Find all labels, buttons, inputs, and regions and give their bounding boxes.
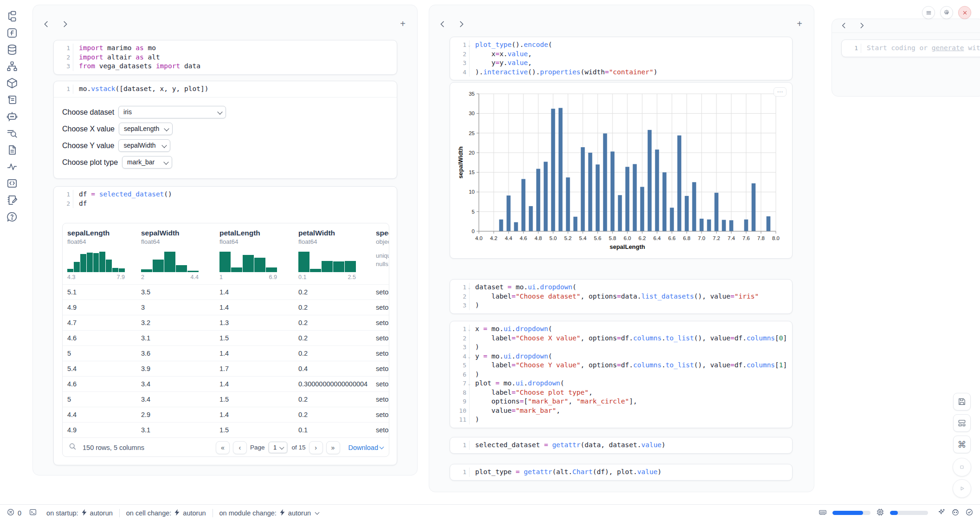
code-cell-vstack[interactable]: 1mo.vstack([dataset, x, y, plot]) Choose…: [53, 81, 397, 179]
scratchpad-icon[interactable]: [6, 194, 18, 206]
next-page-button[interactable]: ›: [309, 441, 323, 454]
function-icon[interactable]: [6, 27, 18, 39]
terminal-button[interactable]: [29, 508, 37, 518]
code-line[interactable]: 5 label="Choose Y value", options=df.col…: [450, 361, 792, 370]
script-icon[interactable]: [6, 94, 18, 106]
code-cell-df[interactable]: 1df = selected_dataset()2df sepalLengthf…: [53, 186, 397, 465]
close-button[interactable]: [958, 6, 971, 19]
code-line[interactable]: 3 y=y.value,: [450, 59, 792, 68]
table-row[interactable]: 4.63.41.40.30000000000000004setos: [63, 376, 389, 391]
code-line[interactable]: 1import marimo as mo: [54, 44, 397, 53]
chevron-left-icon[interactable]: [41, 19, 52, 29]
code-cell-plot-encode[interactable]: 1⌄plot_type().encode(2 x=x.value,3 y=y.v…: [450, 37, 793, 80]
search-list-icon[interactable]: [6, 127, 18, 139]
table-row[interactable]: 4.73.21.30.2setos: [63, 315, 389, 330]
chevron-right-icon[interactable]: [456, 19, 466, 29]
table-row[interactable]: 4.63.11.50.2setos: [63, 330, 389, 345]
help-icon[interactable]: [6, 211, 18, 223]
code-line[interactable]: 3): [450, 343, 792, 352]
table-row[interactable]: 5.43.91.70.4setos: [63, 361, 389, 376]
code-cell-imports[interactable]: 1import marimo as mo2import altair as al…: [53, 40, 397, 75]
code-line[interactable]: 4⌄y = mo.ui.dropdown(: [450, 352, 792, 361]
chevron-right-icon[interactable]: [60, 19, 70, 29]
code-line[interactable]: 2df: [54, 199, 397, 208]
code-cell-xy-dropdowns[interactable]: 1⌄x = mo.ui.dropdown(2 label="Choose X v…: [450, 321, 793, 428]
code-snippet-icon[interactable]: [6, 177, 18, 189]
add-cell-button[interactable]: +: [398, 19, 408, 29]
choose-x-value-select[interactable]: sepalLength: [119, 123, 173, 135]
document-icon[interactable]: [6, 144, 18, 156]
column-header[interactable]: sepalWidthfloat6424.4: [136, 223, 215, 284]
column-header[interactable]: petalWidthfloat640.12.5: [294, 223, 371, 284]
column-histogram[interactable]: [67, 251, 125, 272]
on-cell-change-setting[interactable]: on cell change: autorun: [126, 509, 206, 517]
chatbot-icon[interactable]: [6, 111, 18, 123]
table-row[interactable]: 4.93.11.50.1setos: [63, 422, 389, 437]
code-line[interactable]: 11): [450, 415, 792, 424]
activity-pulse-icon[interactable]: [6, 161, 18, 173]
add-cell-button[interactable]: +: [794, 19, 805, 29]
empty-code-cell[interactable]: 1 Start coding or generate with: [841, 39, 980, 57]
code-line[interactable]: 3from vega_datasets import data: [54, 62, 397, 71]
database-icon[interactable]: [6, 44, 18, 56]
code-line[interactable]: 7⌄plot = mo.ui.dropdown(: [450, 379, 792, 388]
code-line[interactable]: 1⌄plot_type().encode(: [450, 40, 792, 50]
run-button[interactable]: [953, 479, 971, 498]
column-header[interactable]: petalLengthfloat6416.9: [215, 223, 294, 284]
assistant-bot-button[interactable]: [951, 508, 960, 518]
code-line[interactable]: 1mo.vstack([dataset, x, y, plot]): [54, 85, 397, 94]
download-button[interactable]: Download: [348, 444, 384, 451]
layout-button[interactable]: [953, 414, 971, 432]
code-line[interactable]: 1df = selected_dataset(): [54, 190, 397, 199]
chevron-left-icon[interactable]: [839, 21, 849, 30]
package-icon[interactable]: [6, 77, 18, 89]
error-indicator[interactable]: 0: [6, 508, 21, 518]
code-line[interactable]: 2 label="Choose X value", options=df.col…: [450, 334, 792, 343]
fold-chevron-icon[interactable]: ⌄: [468, 352, 471, 362]
table-row[interactable]: 53.41.50.2setos: [63, 391, 389, 407]
column-histogram[interactable]: [141, 251, 199, 272]
menu-button[interactable]: [922, 6, 935, 19]
fold-chevron-icon[interactable]: ⌄: [468, 41, 471, 50]
dependency-graph-icon[interactable]: [6, 60, 18, 72]
code-line[interactable]: 3): [450, 301, 792, 310]
choose-plot-type-select[interactable]: mark_bar: [122, 156, 172, 169]
last-page-button[interactable]: »: [326, 441, 340, 454]
column-header[interactable]: speciobjecuniqunulls:: [371, 223, 389, 284]
code-line[interactable]: 1⌄dataset = mo.ui.dropdown(: [450, 283, 792, 292]
chevron-left-icon[interactable]: [438, 19, 448, 29]
chevron-right-icon[interactable]: [857, 21, 866, 30]
code-line[interactable]: 1⌄x = mo.ui.dropdown(: [450, 325, 792, 334]
code-line[interactable]: 1selected_dataset = getattr(data, datase…: [450, 441, 792, 450]
code-line[interactable]: 2import altair as alt: [54, 53, 397, 62]
prev-page-button[interactable]: ‹: [233, 441, 247, 454]
choose-dataset-select[interactable]: iris: [118, 106, 226, 118]
on-startup-setting[interactable]: on startup: autorun: [46, 509, 113, 517]
generate-link[interactable]: generate: [932, 44, 964, 52]
code-cell-plot-type[interactable]: 1plot_type = getattr(alt.Chart(df), plot…: [450, 464, 793, 481]
bar-chart[interactable]: 4.04.24.44.64.85.05.25.45.65.86.06.26.46…: [450, 83, 792, 254]
code-line[interactable]: 9 options=["mark_bar", "mark_circle"],: [450, 397, 792, 406]
column-histogram[interactable]: [219, 251, 277, 272]
fold-chevron-icon[interactable]: ⌄: [468, 283, 471, 293]
code-line[interactable]: 4).interactive().properties(width="conta…: [450, 68, 792, 77]
first-page-button[interactable]: «: [216, 441, 230, 454]
column-histogram[interactable]: [298, 251, 356, 272]
code-line[interactable]: 6): [450, 370, 792, 379]
status-check-button[interactable]: [965, 508, 974, 518]
stop-button[interactable]: [953, 458, 971, 476]
choose-y-value-select[interactable]: sepalWidth: [118, 139, 170, 152]
table-row[interactable]: 5.13.51.40.2setos: [63, 284, 389, 300]
settings-button[interactable]: [940, 6, 953, 19]
code-line[interactable]: 10 value="mark_bar",: [450, 406, 792, 416]
code-line[interactable]: 8 label="Choose plot type",: [450, 388, 792, 397]
save-button[interactable]: [953, 393, 971, 410]
search-icon[interactable]: [68, 442, 77, 453]
code-cell-selected-dataset[interactable]: 1selected_dataset = getattr(data, datase…: [450, 437, 793, 454]
code-line[interactable]: 2 label="Choose dataset", options=data.l…: [450, 292, 792, 301]
page-select[interactable]: 1: [269, 442, 287, 453]
file-tree-icon[interactable]: [6, 10, 18, 22]
code-line[interactable]: 1plot_type = getattr(alt.Chart(df), plot…: [450, 468, 792, 477]
code-cell-dataset-dropdown[interactable]: 1⌄dataset = mo.ui.dropdown(2 label="Choo…: [450, 279, 793, 314]
on-module-change-setting[interactable]: on module change: autorun: [219, 509, 319, 517]
